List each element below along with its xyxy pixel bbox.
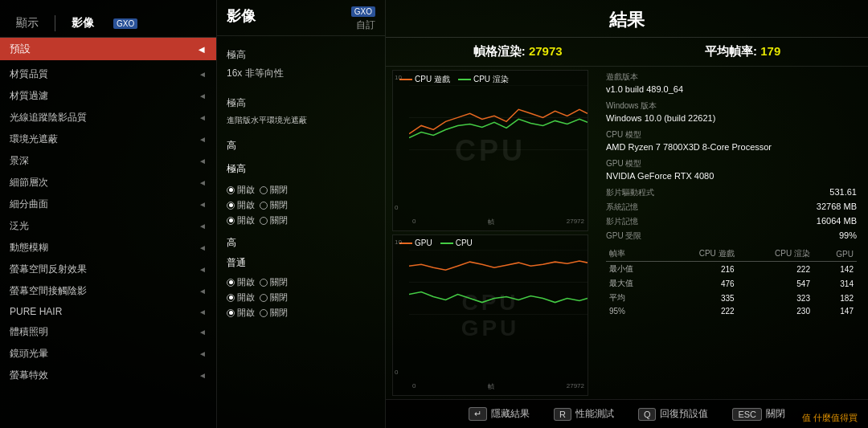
charts-area: CPU CPU 遊戲 CPU 渲染 10 [386, 67, 595, 399]
watermark: 值 什麼值得買 [798, 411, 862, 425]
settings-list: 材質品質 ◄ 材質過濾 ◄ 光線追蹤陰影品質 ◄ 環境光遮蔽 ◄ 景深 ◄ 細節… [0, 60, 216, 428]
cpu-chart: CPU CPU 遊戲 CPU 渲染 10 [392, 70, 588, 231]
shadow-label: 極高 [227, 96, 246, 110]
close-button[interactable]: ESC 關閉 [732, 407, 785, 421]
radio-open-2[interactable]: 開啟 [227, 199, 255, 211]
middle-settings-panel: 影像 GXO 自訂 極高 16x 非等向性 極高 進階版水平環境光遮蔽 [217, 0, 386, 428]
radio-group-6: 開啟 關閉 [217, 305, 385, 320]
radio-dot-filled-4 [227, 279, 235, 287]
stats-max-v3: 314 [813, 276, 857, 291]
chart2-svg [409, 250, 588, 315]
cpu-model-label: CPU 模型 [606, 129, 857, 141]
radio-dot-empty-5 [260, 294, 268, 302]
preset-arrow: ◄ [196, 43, 207, 55]
sys-mem-label: 系統記憶 [606, 202, 638, 213]
results-scores: 幀格渲染: 27973 平均幀率: 179 [386, 38, 868, 67]
gpu-limit-label: GPU 受限 [606, 230, 641, 242]
setting-material-filter[interactable]: 材質過濾 ◄ [0, 85, 216, 107]
video-driver-value: 531.61 [829, 187, 857, 200]
left-settings-panel: 顯示 影像 GXO 預設 ◄ 材質品質 ◄ 材質過濾 ◄ 光線追蹤陰影品質 ◄ … [0, 0, 217, 428]
stats-avg-v3: 182 [813, 291, 857, 305]
close-label: 關閉 [766, 407, 785, 421]
radio-dot-filled-2 [227, 202, 235, 210]
results-header: 結果 [386, 0, 868, 38]
chart2-legend: GPU CPU [399, 238, 473, 247]
hide-results-label: 隱藏結果 [491, 407, 530, 421]
radio-open-5[interactable]: 開啟 [227, 291, 255, 304]
chart1-axis-y: 10 0 [393, 71, 409, 214]
gpu-model-label: GPU 模型 [606, 158, 857, 169]
setting-motion-blur[interactable]: 動態模糊 ◄ [0, 237, 216, 259]
avg-fps-value: 179 [760, 44, 780, 58]
radio-close-5[interactable]: 關閉 [260, 291, 288, 304]
middle-settings: 極高 16x 非等向性 極高 進階版水平環境光遮蔽 高 極高 [217, 36, 385, 428]
gxo-badge: GXO [113, 18, 137, 29]
hide-results-button[interactable]: ↵ 隱藏結果 [469, 407, 530, 421]
radio-dot-filled-1 [227, 186, 235, 194]
gpu-limit-row: GPU 受限 99% [606, 230, 857, 243]
radio-group-4: 開啟 關閉 [217, 275, 385, 290]
game-version-section: 遊戲版本 v1.0 build 489.0_64 [606, 71, 857, 94]
top-navigation: 顯示 影像 GXO [0, 0, 216, 38]
legend-cpu2-color [440, 243, 453, 244]
vid-mem-label: 影片記憶 [606, 216, 638, 227]
game-version-label: 遊戲版本 [606, 71, 857, 83]
setting-tessellation[interactable]: 細分曲面 ◄ [0, 194, 216, 215]
setting-depth-of-field[interactable]: 景深 ◄ [0, 150, 216, 172]
radio-group-1: 開啟 關閉 [217, 182, 385, 198]
setting-lens-flare[interactable]: 鏡頭光暈 ◄ [0, 343, 216, 365]
display-tab[interactable]: 顯示 [0, 10, 55, 37]
middle-header: 影像 GXO 自訂 [217, 0, 385, 36]
radio-open-4[interactable]: 開啟 [227, 276, 255, 288]
stats-min-label: 最小值 [606, 262, 661, 277]
radio-close-3[interactable]: 關閉 [260, 214, 288, 226]
perf-test-button[interactable]: R 性能測試 [554, 407, 614, 421]
stats-95-v3: 147 [813, 305, 857, 317]
radio-dot-empty-2 [260, 202, 268, 210]
radio-close-2[interactable]: 關閉 [260, 199, 288, 211]
radio-open-1[interactable]: 開啟 [227, 184, 255, 196]
preset-bar[interactable]: 預設 ◄ [0, 38, 216, 60]
radio-close-4[interactable]: 關閉 [260, 276, 288, 288]
frame-render-score: 幀格渲染: 27973 [473, 44, 563, 59]
stats-95-v2: 230 [738, 305, 813, 317]
stats-header-rate: 幀率 [606, 247, 661, 262]
radio-dot-filled-6 [227, 309, 235, 317]
video-driver-row: 影片驅動程式 531.61 [606, 187, 857, 200]
video-tab[interactable]: 影像 [55, 10, 110, 37]
radio-open-6[interactable]: 開啟 [227, 307, 255, 319]
radio-open-3[interactable]: 開啟 [227, 214, 255, 226]
setting-ray-trace-shadow[interactable]: 光線追蹤陰影品質 ◄ [0, 107, 216, 128]
legend-cpu-render-color [458, 79, 471, 80]
sys-mem-value: 32768 MB [817, 202, 857, 214]
windows-version-section: Windows 版本 Windows 10.0 (build 22621) [606, 100, 857, 123]
setting-screen-effects[interactable]: 螢幕特效 ◄ [0, 365, 216, 386]
stats-avg-v1: 335 [661, 291, 737, 305]
radio-close-6[interactable]: 關閉 [260, 307, 288, 319]
setting-material-quality[interactable]: 材質品質 ◄ [0, 63, 216, 85]
frame-render-value: 27973 [529, 44, 563, 58]
setting-detail-level[interactable]: 細節層次 ◄ [0, 172, 216, 194]
radio-dot-empty-1 [260, 186, 268, 194]
setting-screen-space-reflect[interactable]: 螢幕空間反射效果 ◄ [0, 259, 216, 280]
restore-defaults-button[interactable]: Q 回復預設值 [638, 407, 709, 421]
setting-volumetric-lighting[interactable]: 體積照明 ◄ [0, 321, 216, 343]
info-area: 遊戲版本 v1.0 build 489.0_64 Windows 版本 Wind… [595, 67, 868, 399]
stats-avg-v2: 323 [738, 291, 813, 305]
setting-contact-shadow[interactable]: 螢幕空間接觸陰影 ◄ [0, 280, 216, 302]
game-version-value: v1.0 build 489.0_64 [606, 84, 857, 94]
stats-table: 幀率 CPU 遊戲 CPU 渲染 GPU 最小值 216 222 142 [606, 247, 857, 317]
middle-subtitle: 自訂 [356, 18, 375, 32]
stats-header-gpu: GPU [813, 247, 857, 262]
setting-bloom[interactable]: 泛光 ◄ [0, 215, 216, 237]
restore-defaults-key: Q [638, 408, 657, 421]
setting-pure-hair[interactable]: PURE HAIR ◄ [0, 302, 216, 321]
radio-close-1[interactable]: 關閉 [260, 184, 288, 196]
radio-group-3: 開啟 關閉 [217, 213, 385, 228]
table-row: 平均 335 323 182 [606, 291, 857, 305]
table-row: 95% 222 230 147 [606, 305, 857, 317]
stats-95-v1: 222 [661, 305, 737, 317]
setting-ambient-occlusion[interactable]: 環境光遮蔽 ◄ [0, 128, 216, 150]
gpu-model-value: NVIDIA GeForce RTX 4080 [606, 171, 857, 181]
table-row: 最大值 476 547 314 [606, 276, 857, 291]
